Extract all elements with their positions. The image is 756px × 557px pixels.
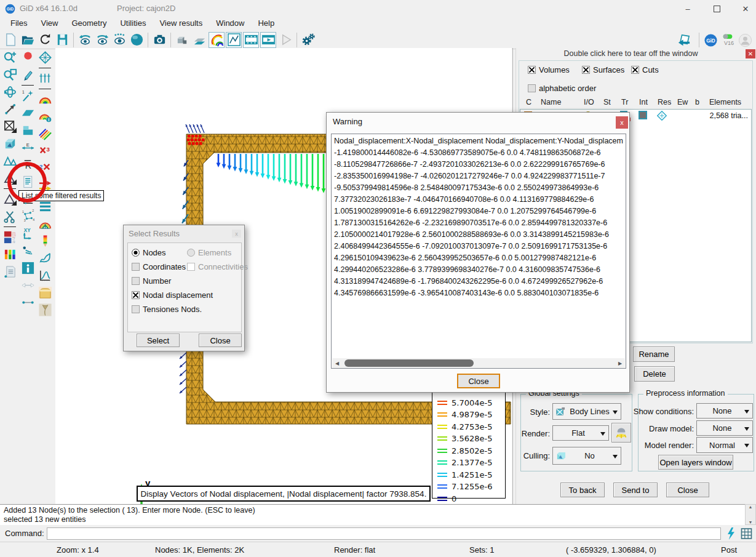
panel-close-icon[interactable]: ✕ bbox=[746, 49, 755, 58]
fast-command-icon[interactable] bbox=[726, 527, 736, 540]
maximize-button[interactable] bbox=[703, 0, 730, 17]
message-scrollbar[interactable]: ▲▼ bbox=[745, 504, 756, 525]
rainbow-icon[interactable] bbox=[37, 91, 54, 108]
light-settings-button[interactable] bbox=[611, 423, 631, 443]
set-int-swatch[interactable] bbox=[639, 111, 647, 119]
zoom-in-icon[interactable] bbox=[2, 49, 18, 66]
rotate-icon[interactable] bbox=[2, 84, 18, 100]
stripes-icon[interactable] bbox=[37, 126, 54, 142]
snapshot-icon[interactable] bbox=[151, 32, 167, 48]
select-frame-icon[interactable] bbox=[2, 118, 18, 135]
numbered-nodes-icon[interactable]: 1234 bbox=[20, 208, 36, 225]
scroll-right-icon[interactable]: ▶ bbox=[615, 358, 625, 368]
cube-icon[interactable] bbox=[2, 135, 18, 152]
to-back-button[interactable]: To back bbox=[560, 483, 605, 497]
checkbox-nodal-displacement[interactable]: Nodal displacement bbox=[132, 291, 213, 300]
scroll-down-icon[interactable]: ▼ bbox=[749, 520, 753, 524]
animation-icon[interactable] bbox=[243, 32, 259, 48]
culling-dropdown[interactable]: No bbox=[552, 447, 621, 465]
column-header-c[interactable]: C bbox=[526, 98, 531, 106]
view-rotate-right-icon[interactable] bbox=[94, 32, 110, 48]
menu-item-utilities[interactable]: Utilities bbox=[113, 17, 153, 31]
color-bars-icon[interactable] bbox=[2, 246, 18, 263]
column-header-i-o[interactable]: I/O bbox=[584, 98, 594, 106]
menu-item-geometry[interactable]: Geometry bbox=[65, 17, 113, 31]
contour-scale-icon[interactable]: 2117-7-9 bbox=[2, 229, 18, 246]
box-fill-icon[interactable] bbox=[20, 122, 36, 138]
geometry-cubes-icon[interactable] bbox=[174, 32, 190, 48]
warning-close-button[interactable]: Close bbox=[457, 374, 500, 388]
animation-play-icon[interactable] bbox=[260, 32, 276, 48]
play-disabled-icon[interactable] bbox=[277, 32, 293, 48]
x3-icon[interactable]: 3 bbox=[37, 143, 54, 159]
open-folder-icon[interactable] bbox=[20, 32, 36, 48]
menu-item-view[interactable]: View bbox=[34, 17, 65, 31]
show-conditions-dropdown[interactable]: None bbox=[696, 403, 753, 419]
view-rotate-left-icon[interactable] bbox=[77, 32, 93, 48]
folder-tan-icon[interactable] bbox=[37, 284, 54, 301]
select-button[interactable]: Select bbox=[137, 334, 180, 347]
node-arrows-icon[interactable] bbox=[20, 242, 36, 259]
render-sphere-icon[interactable] bbox=[129, 32, 145, 48]
command-input[interactable] bbox=[47, 527, 721, 540]
set-res-icon[interactable] bbox=[656, 110, 667, 121]
menu-item-view-results[interactable]: View results bbox=[153, 17, 209, 31]
xy-axes-icon[interactable]: XY bbox=[20, 225, 36, 242]
menu-item-files[interactable]: Files bbox=[4, 17, 34, 31]
model-render-dropdown[interactable]: Normal bbox=[696, 437, 753, 453]
scroll-left-icon[interactable]: ◀ bbox=[332, 358, 342, 368]
scissors-icon[interactable] bbox=[2, 208, 18, 225]
info-icon[interactable] bbox=[20, 260, 36, 276]
column-header-int[interactable]: Int bbox=[639, 98, 648, 106]
column-header-name[interactable]: Name bbox=[541, 98, 561, 106]
delete-button[interactable]: Delete bbox=[634, 366, 675, 382]
column-header-st[interactable]: St bbox=[603, 98, 611, 106]
checkbox-coordinates[interactable]: Coordinates bbox=[132, 262, 186, 271]
column-header-b[interactable]: b bbox=[695, 98, 699, 106]
style-dropdown[interactable]: Body Lines bbox=[552, 403, 621, 420]
warning-text-area[interactable]: Nodal_displacement:X-Nodal_displacement … bbox=[331, 134, 626, 369]
layers-icon[interactable] bbox=[191, 32, 207, 48]
rainbow-arch-icon[interactable] bbox=[37, 215, 54, 232]
zoom-frame-icon[interactable] bbox=[2, 66, 18, 83]
bone-icon[interactable] bbox=[37, 302, 54, 318]
menu-item-help[interactable]: Help bbox=[251, 17, 281, 31]
scrollbar-thumb[interactable] bbox=[344, 359, 474, 367]
save-icon[interactable] bbox=[54, 32, 70, 48]
v16-toggle-icon[interactable]: V16 bbox=[720, 32, 736, 48]
column-header-tr[interactable]: Tr bbox=[621, 98, 628, 106]
checkbox-connectivities[interactable]: Connectivities bbox=[187, 262, 248, 271]
checkbox-number[interactable]: Number bbox=[132, 276, 171, 286]
column-header-ew[interactable]: Ew bbox=[677, 98, 688, 106]
filter-checkbox-cuts[interactable]: Cuts bbox=[631, 65, 659, 74]
tlf-icon[interactable] bbox=[37, 70, 54, 87]
line-arrows-icon[interactable] bbox=[20, 277, 36, 294]
graph-window-icon[interactable] bbox=[226, 32, 242, 48]
surface-sheet-icon[interactable] bbox=[37, 250, 54, 266]
back-preprocess-icon[interactable] bbox=[671, 32, 696, 48]
gears-icon[interactable] bbox=[300, 32, 316, 48]
alphabetic-order-checkbox[interactable]: alphabetic order bbox=[528, 84, 596, 93]
segment-icon[interactable] bbox=[20, 294, 36, 311]
minimize-button[interactable]: – bbox=[674, 0, 701, 17]
panel-close-button[interactable]: Close bbox=[666, 483, 709, 497]
close-button[interactable]: Close bbox=[199, 334, 242, 347]
column-header-elements[interactable]: Elements bbox=[709, 98, 741, 106]
new-file-icon[interactable] bbox=[2, 32, 18, 48]
doc-gray-icon[interactable] bbox=[2, 263, 18, 280]
horizontal-scrollbar[interactable]: ◀ ▶ bbox=[332, 358, 625, 368]
dialog-close-icon[interactable]: x bbox=[232, 230, 241, 238]
view-multi-icon[interactable] bbox=[111, 32, 127, 48]
graph-peak-icon[interactable] bbox=[37, 267, 54, 284]
mesh-diamond-icon[interactable] bbox=[37, 49, 54, 66]
radio-nodes[interactable]: Nodes bbox=[132, 248, 166, 257]
draw-model-dropdown[interactable]: None bbox=[696, 420, 753, 436]
scroll-up-icon[interactable]: ▲ bbox=[749, 505, 753, 509]
open-layers-window-button[interactable]: Open layers window bbox=[658, 455, 733, 470]
results-rainbow-icon[interactable] bbox=[209, 32, 225, 48]
pencil-icon[interactable] bbox=[20, 66, 36, 83]
radio-elements[interactable]: Elements bbox=[187, 248, 231, 257]
dialog-close-icon[interactable]: x bbox=[616, 116, 628, 129]
filter-checkbox-surfaces[interactable]: Surfaces bbox=[582, 65, 624, 74]
refresh-icon[interactable] bbox=[37, 32, 53, 48]
